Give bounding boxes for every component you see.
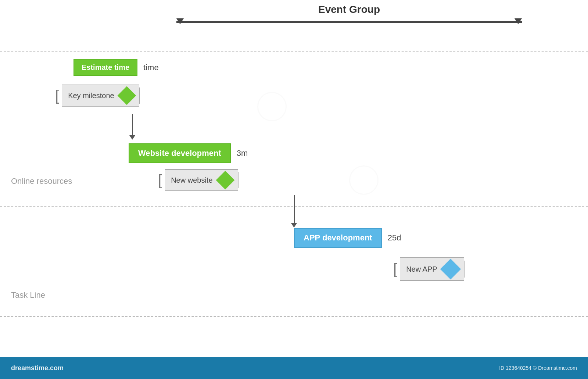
new-website-block: [ New website xyxy=(158,169,239,191)
bracket-left-icon: [ xyxy=(55,88,59,103)
event-group-bar xyxy=(158,18,540,26)
arrow-line-milestone xyxy=(132,114,133,136)
dashed-separator-1 xyxy=(0,51,588,52)
website-duration-label: 3m xyxy=(237,149,248,158)
arrow-head-website-icon xyxy=(291,223,297,228)
new-website-label: New website xyxy=(171,176,212,185)
watermark-circle-1 xyxy=(257,92,287,121)
app-development-block: APP development 25d xyxy=(294,228,401,248)
main-content: Event Group Online resources Task Line E… xyxy=(0,0,588,357)
watermark-circle-2 xyxy=(349,165,379,195)
footer-logo: dreamstime.com xyxy=(11,364,64,372)
bracket-left-3-icon: [ xyxy=(393,262,397,276)
arrow-left-icon xyxy=(176,18,184,24)
arrow-right-icon xyxy=(514,18,522,24)
footer-id: ID 123640254 © Dreamstime.com xyxy=(499,365,577,371)
key-milestone-block: [ Key milestone xyxy=(55,85,140,107)
key-milestone-label: Key milestone xyxy=(68,92,114,100)
estimate-time-suffix: time xyxy=(143,63,159,72)
bracket-right-3-line xyxy=(464,261,465,278)
estimate-time-bar: Estimate time xyxy=(74,59,137,76)
bracket-right-line xyxy=(139,87,140,104)
website-development-bar: Website development xyxy=(129,143,231,163)
dashed-separator-3 xyxy=(0,316,588,317)
footer-bar: dreamstime.com ID 123640254 © Dreamstime… xyxy=(0,357,588,379)
app-duration-label: 25d xyxy=(388,233,401,243)
app-development-bar: APP development xyxy=(294,228,382,248)
event-group-title: Event Group xyxy=(147,4,551,15)
green-diamond-2-icon xyxy=(216,171,234,190)
new-app-label: New APP xyxy=(406,265,437,273)
event-group-line xyxy=(176,21,522,23)
bracket-right-2-line xyxy=(238,172,239,188)
task-line-label: Task Line xyxy=(11,290,45,300)
arrow-head-milestone-icon xyxy=(129,135,135,140)
arrow-line-website xyxy=(294,195,295,224)
new-app-block: [ New APP xyxy=(393,257,465,281)
blue-diamond-icon xyxy=(440,259,461,280)
online-resources-label: Online resources xyxy=(11,176,72,186)
event-group-section: Event Group xyxy=(147,4,551,26)
estimate-time-block: Estimate time time xyxy=(74,59,159,76)
website-development-block: Website development 3m xyxy=(129,143,248,163)
green-diamond-icon xyxy=(117,86,136,105)
bracket-left-2-icon: [ xyxy=(158,173,162,187)
